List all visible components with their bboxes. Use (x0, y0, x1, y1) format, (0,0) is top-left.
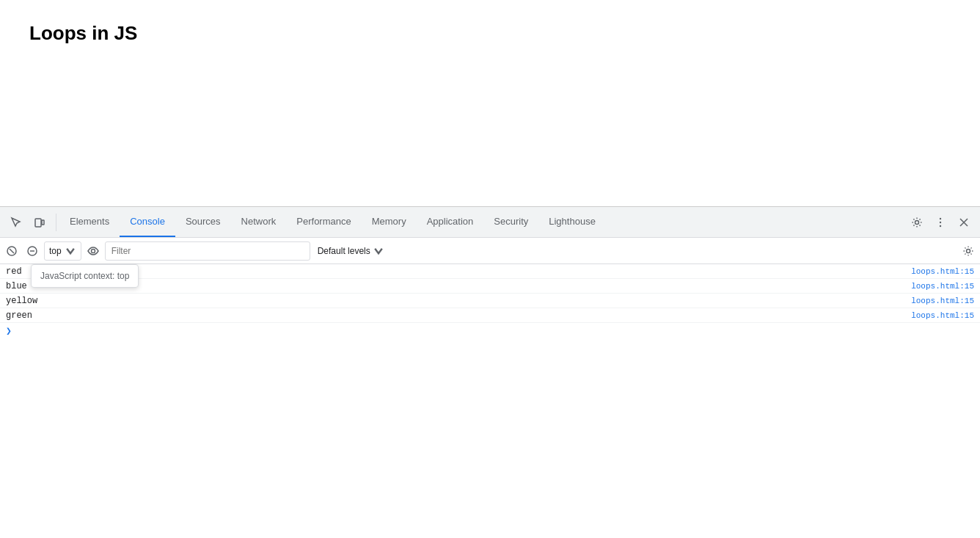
log-value-yellow: yellow (6, 296, 911, 306)
console-output: red loops.html:15 blue loops.html:15 yel… (0, 264, 980, 538)
svg-point-8 (91, 249, 95, 252)
svg-point-3 (940, 217, 941, 219)
tab-application[interactable]: Application (417, 207, 484, 237)
console-toolbar: top Default levels (0, 238, 980, 264)
page-content: Loops in JS (0, 0, 980, 207)
context-dropdown-popup: JavaScript context: top (31, 264, 139, 288)
default-levels-button[interactable]: Default levels (313, 243, 389, 259)
devtools-tabs: Elements Console Sources Network Perform… (59, 207, 904, 237)
log-value-red: red (6, 266, 911, 277)
log-value-blue: blue (6, 281, 911, 291)
toolbar-icons (3, 212, 53, 233)
toolbar-right-icons (904, 212, 977, 233)
devtools-toolbar: Elements Console Sources Network Perform… (0, 207, 980, 238)
tab-lighthouse[interactable]: Lighthouse (538, 207, 606, 237)
settings-button[interactable] (907, 212, 927, 233)
log-row-red: red loops.html:15 (0, 264, 980, 279)
tab-performance[interactable]: Performance (286, 207, 361, 237)
log-source-blue[interactable]: loops.html:15 (911, 282, 974, 291)
console-settings-button[interactable] (959, 242, 977, 260)
log-source-yellow[interactable]: loops.html:15 (911, 297, 974, 305)
svg-point-2 (915, 220, 919, 224)
svg-rect-0 (35, 219, 41, 227)
close-devtools-button[interactable] (954, 212, 974, 233)
tab-console[interactable]: Console (120, 207, 175, 237)
svg-point-4 (940, 221, 941, 222)
toolbar-separator (56, 214, 56, 231)
context-value: top (49, 246, 62, 256)
filter-block-button[interactable] (23, 242, 41, 260)
tab-memory[interactable]: Memory (362, 207, 417, 237)
tab-security[interactable]: Security (483, 207, 538, 237)
tab-network[interactable]: Network (231, 207, 287, 237)
tab-elements[interactable]: Elements (59, 207, 120, 237)
context-dropdown[interactable]: top (44, 241, 81, 261)
more-options-button[interactable] (930, 212, 951, 233)
tab-sources[interactable]: Sources (175, 207, 231, 237)
inspect-element-button[interactable] (6, 212, 26, 233)
caret-icon: ❯ (6, 325, 12, 337)
devtools-panel: Elements Console Sources Network Perform… (0, 206, 980, 538)
device-toolbar-button[interactable] (29, 212, 50, 233)
log-value-green: green (6, 310, 911, 321)
eye-button[interactable] (84, 242, 102, 260)
log-source-green[interactable]: loops.html:15 (911, 311, 974, 320)
log-row-blue: blue loops.html:15 (0, 279, 980, 294)
svg-point-5 (940, 225, 941, 226)
clear-console-button[interactable] (3, 242, 21, 260)
context-popup-hint: JavaScript context: top (32, 268, 138, 284)
log-row-yellow: yellow loops.html:15 (0, 294, 980, 308)
log-source-red[interactable]: loops.html:15 (911, 267, 974, 276)
svg-point-9 (967, 249, 970, 252)
log-row-green: green loops.html:15 (0, 308, 980, 323)
page-title: Loops in JS (29, 22, 951, 45)
filter-input[interactable] (105, 241, 310, 261)
console-caret-row[interactable]: ❯ (0, 323, 980, 339)
svg-rect-1 (42, 220, 44, 225)
